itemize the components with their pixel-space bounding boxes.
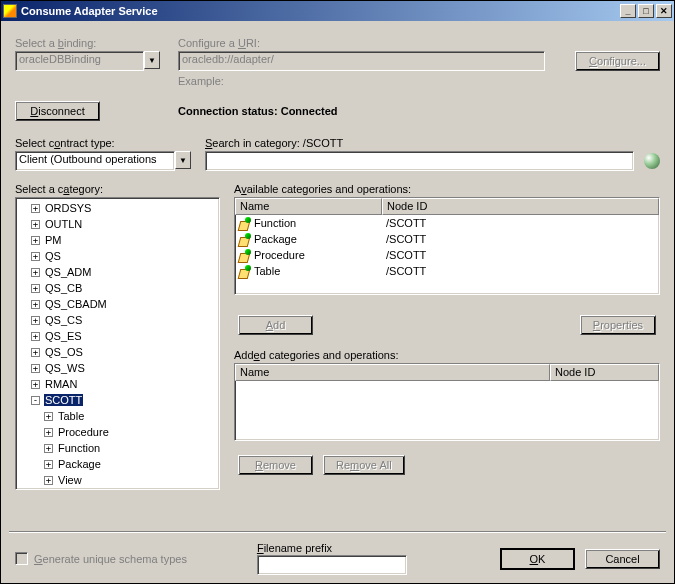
list-row-procedure[interactable]: Procedure/SCOTT xyxy=(235,247,659,263)
available-ops-label: Available categories and operations: xyxy=(234,183,411,195)
tree-toggle-icon[interactable]: + xyxy=(31,220,40,229)
tree-toggle-icon[interactable]: + xyxy=(31,284,40,293)
tree-item-qs_os[interactable]: +QS_OS xyxy=(18,344,217,360)
remove-all-button[interactable]: Remove All xyxy=(323,455,405,475)
contract-select[interactable]: Client (Outbound operations xyxy=(15,151,175,171)
tree-item-qs_adm[interactable]: +QS_ADM xyxy=(18,264,217,280)
list-row-table[interactable]: Table/SCOTT xyxy=(235,263,659,279)
configure-uri-label: Configure a URI: xyxy=(178,37,660,49)
tree-item-qs_cbadm[interactable]: +QS_CBADM xyxy=(18,296,217,312)
tree-toggle-icon[interactable]: + xyxy=(31,204,40,213)
tree-item-procedure[interactable]: +Procedure xyxy=(18,424,217,440)
search-category-label: Search in category: /SCOTT xyxy=(205,137,343,149)
tree-toggle-icon[interactable]: + xyxy=(44,460,53,469)
tree-item-ordsys[interactable]: +ORDSYS xyxy=(18,200,217,216)
category-icon xyxy=(239,233,251,245)
tree-toggle-icon[interactable]: + xyxy=(31,316,40,325)
tree-toggle-icon[interactable]: + xyxy=(31,268,40,277)
tree-toggle-icon[interactable]: + xyxy=(44,428,53,437)
tree-toggle-icon[interactable]: + xyxy=(31,300,40,309)
ok-button[interactable]: OK xyxy=(500,548,575,570)
added-col-node-id[interactable]: Node ID xyxy=(550,364,659,381)
available-list-header: Name Node ID xyxy=(235,198,659,215)
list-row-function[interactable]: Function/SCOTT xyxy=(235,215,659,231)
generate-unique-label: Generate unique schema types xyxy=(34,553,187,565)
tree-item-rman[interactable]: +RMAN xyxy=(18,376,217,392)
tree-item-view[interactable]: +View xyxy=(18,472,217,488)
filename-prefix-input[interactable] xyxy=(257,555,407,575)
tree-toggle-icon[interactable]: + xyxy=(44,412,53,421)
binding-dropdown-button[interactable]: ▼ xyxy=(144,51,160,69)
connection-status-value: Connected xyxy=(281,105,338,117)
maximize-button[interactable]: □ xyxy=(638,4,654,18)
tree-item-function[interactable]: +Function xyxy=(18,440,217,456)
col-node-id[interactable]: Node ID xyxy=(382,198,659,215)
search-input[interactable] xyxy=(205,151,634,171)
tree-item-qs[interactable]: +QS xyxy=(18,248,217,264)
filename-prefix-label: Filename prefix xyxy=(257,542,407,554)
tree-item-qs_ws[interactable]: +QS_WS xyxy=(18,360,217,376)
category-tree[interactable]: +ORDSYS+OUTLN+PM+QS+QS_ADM+QS_CB+QS_CBAD… xyxy=(15,197,220,490)
configure-button[interactable]: Configure... xyxy=(575,51,660,71)
app-icon xyxy=(3,4,17,18)
tree-toggle-icon[interactable]: - xyxy=(31,396,40,405)
added-list[interactable]: Name Node ID xyxy=(234,363,660,441)
tree-toggle-icon[interactable]: + xyxy=(31,364,40,373)
disconnect-button[interactable]: Disconnect xyxy=(15,101,100,121)
tree-toggle-icon[interactable]: + xyxy=(44,444,53,453)
window: Consume Adapter Service _ □ ✕ Select a b… xyxy=(0,0,675,584)
titlebar[interactable]: Consume Adapter Service _ □ ✕ xyxy=(1,1,674,21)
tree-item-qs_es[interactable]: +QS_ES xyxy=(18,328,217,344)
tree-toggle-icon[interactable]: + xyxy=(31,332,40,341)
minimize-button[interactable]: _ xyxy=(620,4,636,18)
remove-button[interactable]: Remove xyxy=(238,455,313,475)
col-name[interactable]: Name xyxy=(235,198,382,215)
select-contract-label: Select contract type: xyxy=(15,137,205,149)
tree-toggle-icon[interactable]: + xyxy=(31,236,40,245)
close-button[interactable]: ✕ xyxy=(656,4,672,18)
generate-unique-checkbox[interactable] xyxy=(15,552,28,565)
tree-item-scott[interactable]: -SCOTT xyxy=(18,392,217,408)
tree-toggle-icon[interactable]: + xyxy=(31,380,40,389)
select-binding-label: Select a binding: xyxy=(15,37,178,49)
tree-item-qs_cs[interactable]: +QS_CS xyxy=(18,312,217,328)
example-label: Example: xyxy=(178,75,224,87)
category-icon xyxy=(239,249,251,261)
cancel-button[interactable]: Cancel xyxy=(585,549,660,569)
tree-item-table[interactable]: +Table xyxy=(18,408,217,424)
tree-item-sh[interactable]: +SH xyxy=(18,488,217,489)
select-category-label: Select a category: xyxy=(15,183,234,195)
available-list[interactable]: Name Node ID Function/SCOTTPackage/SCOTT… xyxy=(234,197,660,295)
added-ops-label: Added categories and operations: xyxy=(234,349,660,361)
category-icon xyxy=(239,217,251,229)
binding-select[interactable]: oracleDBBinding xyxy=(15,51,144,71)
uri-field: oracledb://adapter/ xyxy=(178,51,545,71)
tree-toggle-icon[interactable]: + xyxy=(44,476,53,485)
added-col-name[interactable]: Name xyxy=(235,364,550,381)
connection-status-label: Connection status: Connected xyxy=(178,105,338,117)
list-row-package[interactable]: Package/SCOTT xyxy=(235,231,659,247)
tree-item-package[interactable]: +Package xyxy=(18,456,217,472)
added-list-header: Name Node ID xyxy=(235,364,659,381)
tree-item-pm[interactable]: +PM xyxy=(18,232,217,248)
tree-item-qs_cb[interactable]: +QS_CB xyxy=(18,280,217,296)
connection-status-prefix: Connection status: xyxy=(178,105,278,117)
tree-item-outln[interactable]: +OUTLN xyxy=(18,216,217,232)
divider xyxy=(9,531,666,533)
window-title: Consume Adapter Service xyxy=(21,5,618,17)
add-button[interactable]: Add xyxy=(238,315,313,335)
tree-toggle-icon[interactable]: + xyxy=(31,348,40,357)
content-area: Select a binding: Configure a URI: oracl… xyxy=(1,21,674,583)
search-go-icon[interactable] xyxy=(644,153,660,169)
category-icon xyxy=(239,265,251,277)
contract-dropdown-button[interactable]: ▼ xyxy=(175,151,191,169)
tree-toggle-icon[interactable]: + xyxy=(31,252,40,261)
properties-button[interactable]: Properties xyxy=(580,315,656,335)
